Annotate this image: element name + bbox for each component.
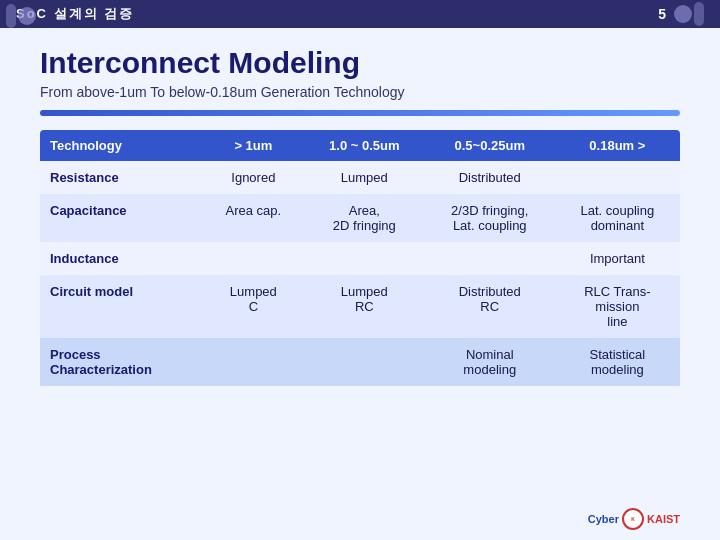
table-row: Resistance Ignored Lumped Distributed [40,161,680,194]
table-row: ProcessCharacterization Nominalmodeling … [40,338,680,386]
deco-left [6,4,36,28]
row-label: Capacitance [40,194,203,242]
table-row: Circuit model LumpedC LumpedRC Distribut… [40,275,680,338]
row-col2 [304,242,425,275]
main-title: Interconnect Modeling [40,46,680,80]
row-col4: Lat. couplingdominant [555,194,680,242]
deco-circle-big-left [18,7,36,25]
row-label: ProcessCharacterization [40,338,203,386]
row-col4: Important [555,242,680,275]
header-row: Technology > 1um 1.0 ~ 0.5um 0.5~0.25um … [40,130,680,161]
page-number: 5 [658,6,666,22]
row-col2 [304,338,425,386]
col-gt1um: > 1um [203,130,304,161]
table-wrapper: Technology > 1um 1.0 ~ 0.5um 0.5~0.25um … [40,130,680,386]
row-col2: Lumped [304,161,425,194]
row-col4: RLC Trans-missionline [555,275,680,338]
row-col3: Distributed [425,161,555,194]
row-col3: Nominalmodeling [425,338,555,386]
subtitle: From above-1um To below-0.18um Generatio… [40,84,680,100]
logo-area: Cyber K KAIST [588,508,680,530]
content-area: Interconnect Modeling From above-1um To … [0,28,720,396]
main-table: Technology > 1um 1.0 ~ 0.5um 0.5~0.25um … [40,130,680,386]
table-body: Resistance Ignored Lumped Distributed Ca… [40,161,680,386]
kaist-inner: K [631,516,635,522]
kaist-text: KAIST [647,513,680,525]
deco-circle-small-left [6,4,16,28]
header-bar: SoC 설계의 검증 5 [0,0,720,28]
row-col3: DistributedRC [425,275,555,338]
row-col1 [203,242,304,275]
row-label: Inductance [40,242,203,275]
blue-bar [40,110,680,116]
deco-right [674,2,704,26]
row-col3: 2/3D fringing,Lat. coupling [425,194,555,242]
col-1to05um: 1.0 ~ 0.5um [304,130,425,161]
row-col1 [203,338,304,386]
table-header: Technology > 1um 1.0 ~ 0.5um 0.5~0.25um … [40,130,680,161]
row-col3 [425,242,555,275]
row-col4 [555,161,680,194]
slide: SoC 설계의 검증 5 Interconnect Modeling From … [0,0,720,540]
col-05to025um: 0.5~0.25um [425,130,555,161]
row-col1: Area cap. [203,194,304,242]
row-col1: LumpedC [203,275,304,338]
row-col2: Area,2D fringing [304,194,425,242]
row-col1: Ignored [203,161,304,194]
row-label: Circuit model [40,275,203,338]
table-row: Capacitance Area cap. Area,2D fringing 2… [40,194,680,242]
row-label: Resistance [40,161,203,194]
cyber-text: Cyber [588,513,619,525]
deco-circle-big-right [674,5,692,23]
kaist-logo: K [622,508,644,530]
row-col2: LumpedRC [304,275,425,338]
col-018um: 0.18um > [555,130,680,161]
row-col4: Statisticalmodeling [555,338,680,386]
table-row: Inductance Important [40,242,680,275]
deco-circle-small-right [694,2,704,26]
col-technology: Technology [40,130,203,161]
